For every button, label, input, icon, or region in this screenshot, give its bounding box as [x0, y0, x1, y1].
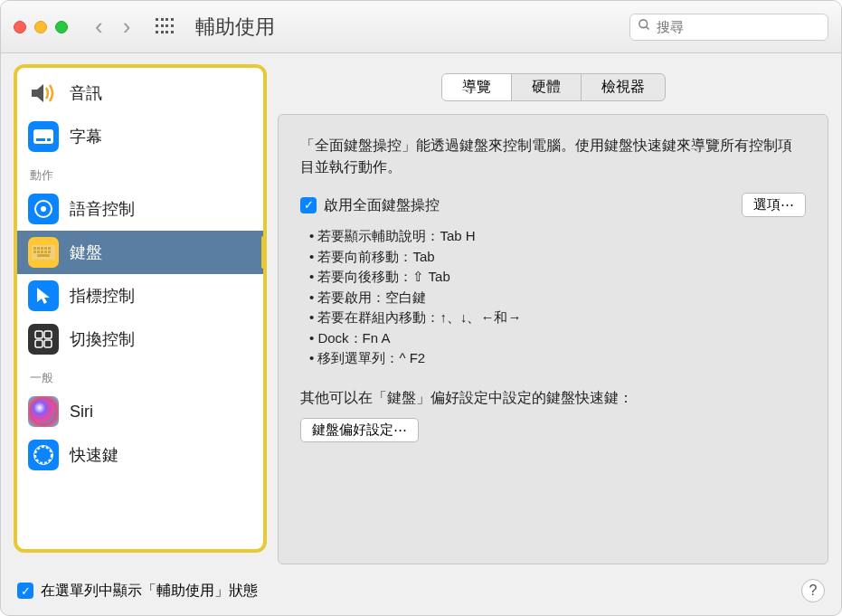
sidebar-item-voice-control[interactable]: 語音控制	[17, 187, 263, 231]
shortcut-item: 移到選單列：^ F2	[309, 348, 806, 369]
shortcut-item: 若要向前移動：Tab	[309, 247, 806, 268]
tab-hardware[interactable]: 硬體	[512, 74, 582, 100]
close-icon[interactable]	[14, 21, 26, 33]
menubar-status-checkbox[interactable]: ✓	[17, 583, 33, 599]
panel-description: 「全面鍵盤操控」能透過鍵盤來控制電腦。使用鍵盤快速鍵來導覽所有控制項目並執行動作…	[300, 135, 806, 178]
svg-line-1	[646, 26, 648, 29]
back-button[interactable]: ‹	[95, 13, 103, 41]
sidebar-item-label: 切換控制	[70, 328, 135, 350]
sidebar-item-captions[interactable]: 字幕	[17, 115, 263, 158]
show-all-icon[interactable]	[156, 18, 174, 36]
svg-rect-15	[37, 251, 40, 253]
sidebar-item-label: 字幕	[70, 126, 102, 147]
svg-rect-3	[33, 129, 53, 144]
svg-rect-12	[44, 247, 47, 250]
options-button[interactable]: 選項⋯	[742, 193, 806, 217]
sidebar-item-audio[interactable]: 音訊	[17, 71, 263, 115]
svg-rect-14	[33, 251, 36, 253]
svg-rect-17	[44, 251, 47, 253]
enable-fka-label: 啟用全面鍵盤操控	[324, 194, 440, 216]
svg-rect-22	[44, 331, 52, 338]
voice-control-icon	[28, 194, 59, 224]
content-pane: 導覽 硬體 檢視器 「全面鍵盤操控」能透過鍵盤來控制電腦。使用鍵盤快速鍵來導覽所…	[278, 64, 828, 564]
svg-rect-18	[48, 251, 51, 253]
minimize-icon[interactable]	[34, 21, 47, 33]
sidebar-item-label: 指標控制	[70, 285, 135, 307]
svg-rect-9	[33, 247, 36, 250]
sidebar: 音訊 字幕 動作 語音控制 鍵盤	[14, 64, 267, 553]
siri-icon	[28, 396, 59, 427]
forward-button[interactable]: ›	[123, 13, 131, 41]
window-controls	[14, 21, 68, 33]
titlebar: ‹ › 輔助使用	[1, 1, 841, 53]
captions-icon	[28, 121, 59, 152]
other-shortcuts-label: 其他可以在「鍵盤」偏好設定中設定的鍵盤快速鍵：	[300, 387, 806, 409]
svg-rect-5	[47, 138, 51, 141]
pointer-icon	[28, 280, 59, 311]
svg-point-0	[639, 20, 648, 28]
enable-fka-checkbox[interactable]: ✓	[300, 197, 317, 213]
search-field[interactable]	[629, 14, 828, 41]
svg-point-25	[35, 447, 52, 463]
tabs: 導覽 硬體 檢視器	[278, 73, 828, 101]
shortcut-list: 若要顯示輔助說明：Tab H 若要向前移動：Tab 若要向後移動：⇧ Tab 若…	[309, 226, 806, 369]
svg-rect-4	[36, 138, 45, 141]
sidebar-item-pointer-control[interactable]: 指標控制	[17, 274, 263, 317]
sidebar-item-switch-control[interactable]: 切換控制	[17, 317, 263, 361]
keyboard-prefs-button[interactable]: 鍵盤偏好設定⋯	[300, 418, 419, 442]
svg-marker-2	[32, 84, 43, 102]
svg-rect-21	[35, 331, 43, 338]
menubar-status-label: 在選單列中顯示「輔助使用」狀態	[41, 582, 258, 601]
switch-control-icon	[28, 324, 59, 355]
sidebar-item-label: 快速鍵	[70, 444, 118, 466]
shortcut-item: 若要向後移動：⇧ Tab	[309, 267, 806, 288]
svg-rect-19	[37, 254, 50, 257]
sidebar-item-keyboard[interactable]: 鍵盤	[17, 231, 263, 274]
sidebar-item-label: Siri	[70, 403, 93, 422]
section-general: 一般	[17, 361, 263, 390]
sidebar-item-label: 語音控制	[70, 198, 135, 220]
keyboard-icon	[28, 237, 59, 268]
search-input[interactable]	[657, 19, 820, 34]
settings-panel: 「全面鍵盤操控」能透過鍵盤來控制電腦。使用鍵盤快速鍵來導覽所有控制項目並執行動作…	[278, 114, 828, 564]
footer: ✓ 在選單列中顯示「輔助使用」狀態 ?	[1, 572, 841, 615]
sidebar-item-label: 音訊	[70, 82, 102, 104]
tab-viewer[interactable]: 檢視器	[582, 74, 665, 100]
svg-point-26	[34, 446, 53, 465]
nav-arrows: ‹ ›	[95, 13, 130, 41]
shortcut-item: 若要在群組內移動：↑、↓、←和→	[309, 308, 806, 328]
svg-marker-20	[37, 288, 50, 304]
zoom-icon[interactable]	[55, 21, 68, 33]
svg-rect-16	[41, 251, 43, 253]
shortcut-icon	[28, 440, 59, 470]
svg-rect-10	[37, 247, 40, 250]
sidebar-item-label: 鍵盤	[70, 242, 102, 263]
help-button[interactable]: ?	[801, 579, 825, 602]
shortcut-item: Dock：Fn A	[309, 328, 806, 349]
svg-rect-11	[41, 247, 43, 250]
svg-point-7	[41, 206, 46, 212]
tab-navigation[interactable]: 導覽	[442, 74, 512, 100]
sidebar-item-shortcut[interactable]: 快速鍵	[17, 433, 263, 477]
section-motor: 動作	[17, 158, 263, 187]
speaker-icon	[28, 78, 59, 109]
svg-rect-13	[48, 247, 51, 250]
page-title: 輔助使用	[195, 14, 620, 41]
shortcut-item: 若要啟用：空白鍵	[309, 288, 806, 308]
shortcut-item: 若要顯示輔助說明：Tab H	[309, 226, 806, 247]
svg-rect-23	[35, 340, 43, 347]
search-icon	[638, 18, 651, 35]
sidebar-item-siri[interactable]: Siri	[17, 390, 263, 433]
svg-rect-24	[44, 340, 52, 347]
